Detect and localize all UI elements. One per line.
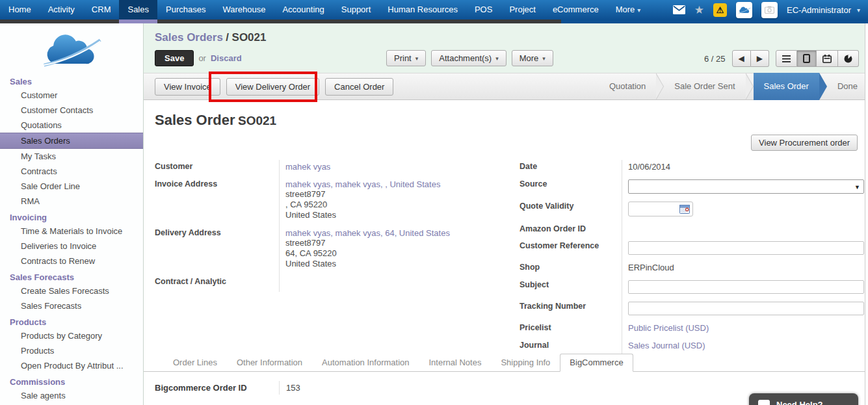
breadcrumb-parent-link[interactable]: Sales Orders xyxy=(155,31,223,44)
tab-internal-notes[interactable]: Internal Notes xyxy=(419,354,491,372)
amazon-order-id-label: Amazon Order ID xyxy=(519,222,622,235)
alert-icon[interactable]: ⚠ xyxy=(713,3,727,17)
sidebar-item-customer[interactable]: Customer xyxy=(0,88,143,103)
nav-item-warehouse[interactable]: Warehouse xyxy=(214,0,274,20)
pricelist-label: Pricelist xyxy=(519,321,622,334)
save-group: Save or Discard xyxy=(155,50,242,66)
bigcommerce-order-id-value: 153 xyxy=(280,381,300,395)
nav-item-pos[interactable]: POS xyxy=(466,0,501,20)
sidebar-section-commissions: Commissions xyxy=(0,373,143,388)
view-delivery-order-button[interactable]: View Delivery Order xyxy=(226,78,319,96)
invoice-address-link[interactable]: mahek vyas, mahek vyas, , United States xyxy=(285,179,440,189)
nav-item-crm[interactable]: CRM xyxy=(83,0,120,20)
field-contract-analytic: Contract / Analytic xyxy=(155,275,490,288)
customer-label: Customer xyxy=(155,160,279,173)
need-help-button[interactable]: Need Help? xyxy=(749,393,858,405)
view-procurement-order-button[interactable]: View Procurement order xyxy=(751,135,858,151)
tab-order-lines[interactable]: Order Lines xyxy=(163,354,227,372)
status-step-sale-order-sent[interactable]: Sale Order Sent xyxy=(664,73,745,100)
print-button[interactable]: Print▾ xyxy=(386,50,426,66)
sidebar-item-quotations[interactable]: Quotations xyxy=(0,118,143,133)
journal-link[interactable]: Sales Journal (USD) xyxy=(628,341,705,350)
tracking-number-input[interactable] xyxy=(628,302,864,315)
subject-input[interactable] xyxy=(628,280,864,294)
chevron-right-icon xyxy=(656,73,664,100)
nav-item-sales[interactable]: Sales xyxy=(119,0,157,20)
mail-icon[interactable] xyxy=(673,5,685,14)
delivery-address-street: street8797 xyxy=(285,238,490,248)
sidebar-item-time-materials-to-invoice[interactable]: Time & Materials to Invoice xyxy=(0,224,143,239)
pager-next-button[interactable]: ▶ xyxy=(751,50,769,67)
toolbar: Save or Discard Print▾ Attachment(s)▾ Mo… xyxy=(144,47,868,73)
status-step-quotation[interactable]: Quotation xyxy=(599,73,656,100)
sidebar-item-sales-forecasts[interactable]: Sales Forecasts xyxy=(0,298,143,313)
sidebar-item-contracts-to-renew[interactable]: Contracts to Renew xyxy=(0,254,143,268)
chevron-down-icon: ▾ xyxy=(495,55,499,62)
sidebar-item-open-product-by-attribute[interactable]: Open Product By Attribut ... xyxy=(0,358,143,373)
list-view-icon[interactable] xyxy=(776,50,797,67)
nav-item-project[interactable]: Project xyxy=(501,0,544,20)
delivery-address-label: Delivery Address xyxy=(155,226,279,239)
status-step-sales-order[interactable]: Sales Order xyxy=(754,73,819,100)
sidebar-item-rma[interactable]: RMA xyxy=(0,194,143,209)
cancel-order-button[interactable]: Cancel Order xyxy=(325,78,393,96)
nav-item-activity[interactable]: Activity xyxy=(40,0,83,20)
delivery-address-city: 64, CA 95220 xyxy=(285,248,490,259)
avatar-placeholder-icon[interactable] xyxy=(761,2,778,18)
tab-other-information[interactable]: Other Information xyxy=(227,354,312,372)
sidebar-item-products[interactable]: Products xyxy=(0,343,143,358)
save-button[interactable]: Save xyxy=(155,50,194,66)
nav-item-home[interactable]: Home xyxy=(0,0,40,20)
nav-item-more[interactable]: More▾ xyxy=(607,0,650,20)
breadcrumb-current: SO021 xyxy=(232,31,267,44)
view-invoice-button[interactable]: View Invoice xyxy=(155,78,220,96)
sidebar-item-sales-orders[interactable]: Sales Orders xyxy=(0,133,143,149)
customer-reference-input[interactable] xyxy=(628,241,864,255)
column-separator xyxy=(279,160,280,292)
nav-item-accounting[interactable]: Accounting xyxy=(274,0,332,20)
sidebar-item-create-sales-forecasts[interactable]: Create Sales Forecasts xyxy=(0,283,143,298)
sidebar-item-sale-agents[interactable]: Sale agents xyxy=(0,388,143,403)
nav-item-ecommerce[interactable]: eCommerce xyxy=(544,0,607,20)
nav-item-support[interactable]: Support xyxy=(333,0,380,20)
tab-shipping-info[interactable]: Shipping Info xyxy=(491,354,560,372)
graph-view-icon[interactable] xyxy=(838,50,859,67)
sales-order-form: Sales Order SO021 View Procurement order… xyxy=(144,100,868,405)
calendar-view-icon[interactable] xyxy=(817,50,838,67)
chevron-down-icon: ▼ xyxy=(854,184,860,190)
calendar-picker-icon[interactable] xyxy=(678,203,691,215)
invoice-address-city: , CA 95220 xyxy=(285,200,490,210)
scrollbar-gutter[interactable] xyxy=(865,23,868,405)
sidebar-item-contracts[interactable]: Contracts xyxy=(0,164,143,179)
star-icon[interactable]: ★ xyxy=(694,3,704,17)
notebook-tabs: Order Lines Other Information Automation… xyxy=(144,354,868,372)
nav-item-purchases[interactable]: Purchases xyxy=(157,0,214,20)
nav-item-human-resources[interactable]: Human Resources xyxy=(379,0,466,20)
contract-analytic-value[interactable] xyxy=(279,275,490,279)
status-step-done[interactable]: Done xyxy=(827,73,868,100)
shop-label: Shop xyxy=(519,261,622,274)
pricelist-link[interactable]: Public Pricelist (USD) xyxy=(628,323,709,333)
tab-automation-information[interactable]: Automation Information xyxy=(312,354,419,372)
tab-bigcommerce[interactable]: BigCommerce xyxy=(560,354,633,372)
form-view-icon[interactable] xyxy=(797,50,817,67)
sidebar-section-sales-forecasts: Sales Forecasts xyxy=(0,268,143,283)
more-button[interactable]: More▾ xyxy=(512,50,553,66)
source-select[interactable]: ▼ xyxy=(628,179,864,194)
sidebar-item-deliveries-to-invoice[interactable]: Deliveries to Invoice xyxy=(0,239,143,254)
cloud-app-icon[interactable] xyxy=(736,2,752,18)
sidebar-item-sale-order-line[interactable]: Sale Order Line xyxy=(0,179,143,194)
delivery-address-link[interactable]: mahek vyas, mahek vyas, 64, United State… xyxy=(285,228,450,238)
field-pricelist: Pricelist Public Pricelist (USD) xyxy=(519,321,862,335)
sidebar-item-customer-contacts[interactable]: Customer Contacts xyxy=(0,103,143,118)
user-menu[interactable]: EC-Administrator ▾ xyxy=(787,5,860,15)
quote-validity-label: Quote Validity xyxy=(519,200,622,213)
sidebar-item-products-by-category[interactable]: Products by Category xyxy=(0,328,143,343)
sidebar-item-my-tasks[interactable]: My Tasks xyxy=(0,149,143,164)
action-row: View Invoice View Delivery Order Cancel … xyxy=(144,73,868,100)
customer-link[interactable]: mahek vyas xyxy=(285,162,330,172)
discard-link[interactable]: Discard xyxy=(211,53,242,63)
pager-prev-button[interactable]: ◀ xyxy=(732,50,751,67)
attachments-button[interactable]: Attachment(s)▾ xyxy=(431,50,506,66)
field-date: Date 10/06/2014 xyxy=(519,160,862,174)
